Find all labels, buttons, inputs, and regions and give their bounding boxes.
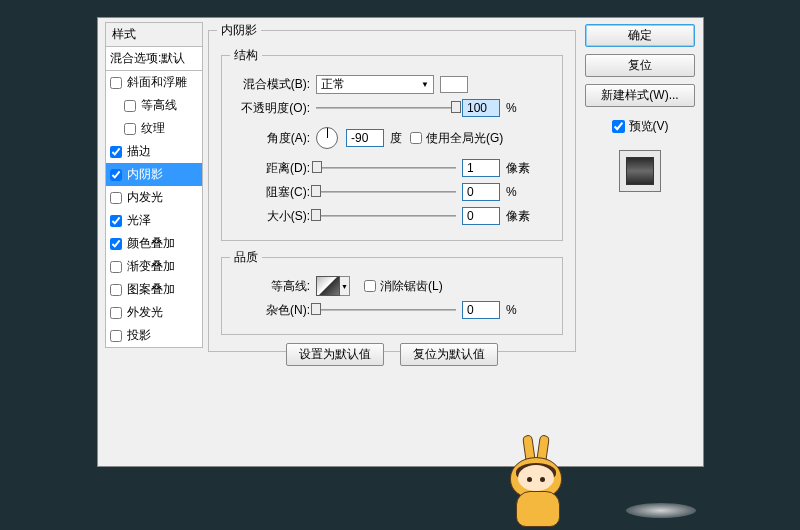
distance-unit: 像素 — [506, 160, 530, 177]
style-item-0[interactable]: 斜面和浮雕 — [106, 71, 202, 94]
structure-fieldset: 结构 混合模式(B): 正常 ▼ 不透明度(O): % — [221, 47, 563, 241]
style-checkbox[interactable] — [110, 261, 122, 273]
style-checkbox[interactable] — [110, 307, 122, 319]
style-list: 斜面和浮雕等高线纹理描边内阴影内发光光泽颜色叠加渐变叠加图案叠加外发光投影 — [105, 71, 203, 348]
styles-panel: 样式 混合选项:默认 斜面和浮雕等高线纹理描边内阴影内发光光泽颜色叠加渐变叠加图… — [105, 22, 203, 348]
distance-label: 距离(D): — [230, 160, 310, 177]
style-item-label: 内发光 — [127, 189, 163, 206]
size-label: 大小(S): — [230, 208, 310, 225]
style-checkbox[interactable] — [110, 330, 122, 342]
decorative-shadow — [626, 503, 696, 518]
style-item-9[interactable]: 图案叠加 — [106, 278, 202, 301]
styles-header[interactable]: 样式 — [105, 22, 203, 47]
contour-label: 等高线: — [230, 278, 310, 295]
style-item-2[interactable]: 纹理 — [106, 117, 202, 140]
opacity-row: 不透明度(O): % — [230, 98, 554, 118]
style-item-label: 描边 — [127, 143, 151, 160]
noise-row: 杂色(N): % — [230, 300, 554, 320]
angle-input[interactable] — [346, 129, 384, 147]
style-checkbox[interactable] — [110, 215, 122, 227]
style-checkbox[interactable] — [110, 146, 122, 158]
settings-panel: 内阴影 结构 混合模式(B): 正常 ▼ 不透明度(O): — [208, 22, 576, 358]
dialog-buttons: 确定 复位 新建样式(W)... 预览(V) — [585, 24, 695, 192]
angle-row: 角度(A): 度 使用全局光(G) — [230, 128, 554, 148]
style-checkbox[interactable] — [110, 77, 122, 89]
style-item-label: 等高线 — [141, 97, 177, 114]
global-light-label: 使用全局光(G) — [426, 130, 503, 147]
style-item-label: 光泽 — [127, 212, 151, 229]
angle-unit: 度 — [390, 130, 402, 147]
new-style-button[interactable]: 新建样式(W)... — [585, 84, 695, 107]
angle-dial[interactable] — [316, 127, 338, 149]
noise-unit: % — [506, 303, 517, 317]
opacity-unit: % — [506, 101, 517, 115]
choke-label: 阻塞(C): — [230, 184, 310, 201]
angle-label: 角度(A): — [230, 130, 310, 147]
style-checkbox[interactable] — [110, 284, 122, 296]
quality-legend: 品质 — [230, 249, 262, 266]
blend-mode-select[interactable]: 正常 ▼ — [316, 75, 434, 94]
contour-picker[interactable] — [316, 276, 340, 296]
noise-slider[interactable] — [316, 303, 456, 317]
style-checkbox[interactable] — [110, 192, 122, 204]
shadow-color-swatch[interactable] — [440, 76, 468, 93]
chevron-down-icon: ▼ — [421, 80, 429, 89]
size-row: 大小(S): 像素 — [230, 206, 554, 226]
style-item-10[interactable]: 外发光 — [106, 301, 202, 324]
style-checkbox[interactable] — [110, 169, 122, 181]
size-slider[interactable] — [316, 209, 456, 223]
mascot-character — [498, 435, 578, 527]
antialias-checkbox[interactable]: 消除锯齿(L) — [364, 278, 443, 295]
quality-fieldset: 品质 等高线: ▼ 消除锯齿(L) 杂色(N): % — [221, 249, 563, 335]
preview-checkbox[interactable]: 预览(V) — [612, 118, 669, 135]
blending-options-row[interactable]: 混合选项:默认 — [105, 47, 203, 71]
default-buttons-row: 设置为默认值 复位为默认值 — [217, 343, 567, 366]
style-checkbox[interactable] — [124, 100, 136, 112]
style-item-label: 投影 — [127, 327, 151, 344]
style-item-1[interactable]: 等高线 — [106, 94, 202, 117]
style-item-4[interactable]: 内阴影 — [106, 163, 202, 186]
contour-row: 等高线: ▼ 消除锯齿(L) — [230, 276, 554, 296]
preview-label: 预览(V) — [629, 118, 669, 135]
cancel-button[interactable]: 复位 — [585, 54, 695, 77]
style-checkbox[interactable] — [124, 123, 136, 135]
choke-unit: % — [506, 185, 517, 199]
global-light-checkbox[interactable]: 使用全局光(G) — [410, 130, 503, 147]
choke-row: 阻塞(C): % — [230, 182, 554, 202]
choke-slider[interactable] — [316, 185, 456, 199]
style-item-6[interactable]: 光泽 — [106, 209, 202, 232]
distance-input[interactable] — [462, 159, 500, 177]
opacity-input[interactable] — [462, 99, 500, 117]
style-item-8[interactable]: 渐变叠加 — [106, 255, 202, 278]
contour-dropdown[interactable]: ▼ — [340, 276, 350, 296]
style-item-11[interactable]: 投影 — [106, 324, 202, 347]
effect-fieldset: 内阴影 结构 混合模式(B): 正常 ▼ 不透明度(O): — [208, 22, 576, 352]
structure-legend: 结构 — [230, 47, 262, 64]
choke-input[interactable] — [462, 183, 500, 201]
ok-button[interactable]: 确定 — [585, 24, 695, 47]
opacity-slider[interactable] — [316, 101, 456, 115]
make-default-button[interactable]: 设置为默认值 — [286, 343, 384, 366]
layer-style-dialog: 样式 混合选项:默认 斜面和浮雕等高线纹理描边内阴影内发光光泽颜色叠加渐变叠加图… — [97, 17, 704, 467]
style-item-label: 颜色叠加 — [127, 235, 175, 252]
style-item-label: 外发光 — [127, 304, 163, 321]
preview-thumbnail — [619, 150, 661, 192]
size-unit: 像素 — [506, 208, 530, 225]
style-item-7[interactable]: 颜色叠加 — [106, 232, 202, 255]
style-item-label: 图案叠加 — [127, 281, 175, 298]
distance-slider[interactable] — [316, 161, 456, 175]
style-item-label: 纹理 — [141, 120, 165, 137]
size-input[interactable] — [462, 207, 500, 225]
style-item-label: 渐变叠加 — [127, 258, 175, 275]
style-item-5[interactable]: 内发光 — [106, 186, 202, 209]
style-checkbox[interactable] — [110, 238, 122, 250]
noise-input[interactable] — [462, 301, 500, 319]
style-item-label: 内阴影 — [127, 166, 163, 183]
distance-row: 距离(D): 像素 — [230, 158, 554, 178]
style-item-3[interactable]: 描边 — [106, 140, 202, 163]
blend-mode-label: 混合模式(B): — [230, 76, 310, 93]
blend-mode-row: 混合模式(B): 正常 ▼ — [230, 74, 554, 94]
reset-default-button[interactable]: 复位为默认值 — [400, 343, 498, 366]
antialias-label: 消除锯齿(L) — [380, 278, 443, 295]
blend-mode-value: 正常 — [321, 76, 345, 93]
